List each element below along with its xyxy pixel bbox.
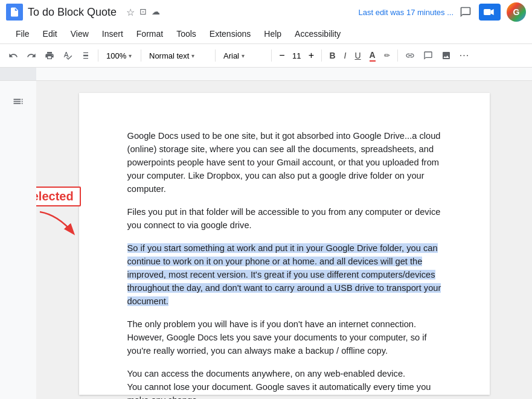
zoom-chevron: ▾ [129,53,132,59]
para-5: You can access the documents anywhere, o… [127,367,441,399]
redo-button[interactable] [23,47,40,64]
svg-rect-0 [484,9,491,15]
para-3-selected-text: So if you start something at work and pu… [127,243,441,306]
para-2: Files you put in that folder will be acc… [127,205,441,232]
comment-button[interactable] [420,47,437,64]
divider-6 [397,49,398,62]
menu-view[interactable]: View [65,27,95,41]
para-5b-text: You cannot lose your document. Google sa… [127,382,431,399]
menu-format[interactable]: Format [130,27,169,41]
font-size-area: − 11 + [275,49,318,62]
doc-text: Google Docs used to be one site, but it … [127,129,441,399]
comments-icon[interactable] [458,5,473,19]
para-1-text: Google Docs used to be one site, but it … [127,131,441,194]
divider-4 [271,49,272,62]
menu-edit[interactable]: Edit [37,27,63,41]
title-bar: To do Block Quote ☆ ⊡ ☁ Last edit was 17… [0,0,532,24]
annotation-arrow [36,209,82,239]
menu-help[interactable]: Help [258,27,287,41]
main-area: Selected Google Docs used to be one site… [0,81,532,399]
style-dropdown[interactable]: Normal text ▾ [145,47,211,64]
para-5a-text: You can access the documents anywhere, o… [127,369,406,378]
move-icon[interactable]: ⊡ [139,7,147,18]
font-dropdown[interactable]: Arial ▾ [219,47,268,64]
undo-button[interactable] [5,47,22,64]
toolbar: 100% ▾ Normal text ▾ Arial ▾ − 11 + B I … [0,43,532,68]
menu-extensions[interactable]: Extensions [204,27,257,41]
divider-5 [321,49,322,62]
menu-insert[interactable]: Insert [96,27,129,41]
font-value: Arial [223,51,239,60]
image-button[interactable] [438,47,455,64]
annotation-container: Selected [36,187,82,239]
cloud-icon[interactable]: ☁ [152,7,160,18]
divider-2 [141,49,141,62]
style-value: Normal text [149,51,189,60]
star-icon[interactable]: ☆ [126,7,135,18]
divider-1 [98,49,98,62]
menu-tools[interactable]: Tools [170,27,202,41]
last-edit-text[interactable]: Last edit was 17 minutes ... [358,8,453,17]
doc-page: Selected Google Docs used to be one site… [79,93,490,395]
print-button[interactable] [41,47,58,64]
style-chevron: ▾ [191,53,194,59]
avatar[interactable]: G [507,2,526,22]
link-button[interactable] [402,47,418,64]
menu-file[interactable]: File [10,27,36,41]
underline-button[interactable]: U [351,47,364,64]
header-right: G [458,2,526,22]
font-color-label: A [370,50,376,62]
title-icons: ☆ ⊡ ☁ [126,7,160,18]
font-size-value[interactable]: 11 [290,50,303,62]
para-4-text: The only problem you will have is if you… [127,319,427,356]
para-2-text: Files you put in that folder will be acc… [127,207,441,230]
doc-outline-icon[interactable] [10,93,27,110]
zoom-value: 100% [106,51,126,60]
paint-format-button[interactable] [77,47,94,64]
doc-title: To do Block Quote [28,6,117,19]
zoom-dropdown[interactable]: 100% ▾ [102,47,137,64]
sidebar-left [0,81,36,399]
para-3: So if you start something at work and pu… [127,241,441,308]
app-icon [6,4,23,21]
font-chevron: ▾ [242,53,245,59]
bold-button[interactable]: B [325,47,339,64]
para-1: Google Docs used to be one site, but it … [127,129,441,196]
ruler: 1 2 3 4 5 [0,68,532,81]
selected-annotation: Selected [36,187,81,206]
spellcheck-button[interactable] [59,47,76,64]
font-size-decrease[interactable]: − [275,49,289,62]
meet-button[interactable] [479,4,501,21]
divider-3 [215,49,216,62]
italic-button[interactable]: I [341,47,350,64]
highlight-button[interactable]: ✏ [380,47,394,64]
font-size-increase[interactable]: + [304,49,318,62]
more-button[interactable]: ··· [456,47,473,64]
para-4: The only problem you will have is if you… [127,318,441,357]
menu-accessibility[interactable]: Accessibility [289,27,347,41]
highlight-icon: ✏ [384,51,390,60]
menu-bar: File Edit View Insert Format Tools Exten… [0,24,532,43]
doc-container[interactable]: Selected Google Docs used to be one site… [36,81,532,399]
font-color-button[interactable]: A [366,47,379,64]
